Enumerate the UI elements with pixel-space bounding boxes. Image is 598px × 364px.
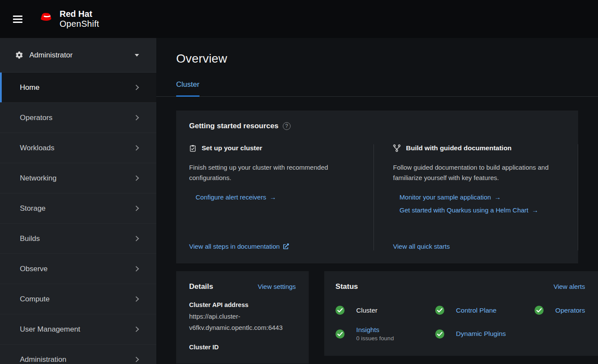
sidebar-item-operators[interactable]: Operators: [0, 103, 156, 133]
red-hat-fedora-icon: [36, 11, 54, 27]
chevron-right-icon: [133, 145, 139, 151]
status-item-control-plane: Control Plane: [435, 306, 535, 315]
view-settings-link[interactable]: View settings: [258, 283, 296, 290]
sidebar-item-label: Builds: [20, 234, 40, 243]
sidebar-item-label: Operators: [20, 114, 53, 122]
link-label: Get started with Quarkus using a Helm Ch…: [399, 206, 528, 214]
success-check-circle-icon: [435, 329, 444, 339]
perspective-switcher[interactable]: Administrator: [0, 38, 156, 73]
guided-documentation-heading: Build with guided documentation: [393, 144, 578, 152]
quarkus-helm-chart-link[interactable]: Get started with Quarkus using a Helm Ch…: [399, 206, 578, 214]
operators-link[interactable]: Operators: [555, 307, 585, 314]
configure-alert-receivers-link[interactable]: Configure alert receivers →: [196, 193, 361, 201]
arrow-right-icon: →: [532, 206, 538, 214]
dashboard-cards-row: Details View settings Cluster API addres…: [176, 271, 598, 364]
chevron-right-icon: [133, 115, 139, 120]
caret-down-icon: [135, 54, 139, 57]
insights-stack: Insights 0 issues found: [356, 326, 394, 342]
brand-logo[interactable]: Red Hat OpenShift: [36, 9, 99, 29]
masthead: Red Hat OpenShift: [0, 0, 598, 38]
status-item-operators: Operators: [535, 306, 585, 315]
tab-cluster[interactable]: Cluster: [176, 80, 199, 97]
sidebar-item-storage[interactable]: Storage: [0, 193, 156, 224]
guided-path-icon: [393, 144, 401, 152]
insights-link[interactable]: Insights: [356, 326, 379, 333]
chevron-right-icon: [133, 266, 139, 272]
view-all-steps-link[interactable]: View all steps in documentation: [189, 243, 289, 250]
dynamic-plugins-link[interactable]: Dynamic Plugins: [456, 330, 506, 338]
link-label: View all steps in documentation: [189, 243, 280, 250]
status-item-insights: Insights 0 issues found: [335, 326, 435, 342]
details-card: Details View settings Cluster API addres…: [176, 271, 309, 364]
chevron-right-icon: [133, 236, 139, 241]
detail-field: Cluster API address https://api.cluster-…: [189, 301, 296, 333]
status-item-cluster: Cluster: [335, 306, 435, 315]
cluster-api-address-label: Cluster API address: [189, 301, 296, 308]
guided-documentation-title: Build with guided documentation: [406, 144, 512, 152]
hamburger-icon: [13, 16, 22, 17]
chevron-right-icon: [133, 85, 139, 90]
guided-documentation-description: Follow guided documentation to build app…: [393, 162, 562, 183]
arrow-right-icon: →: [494, 193, 501, 201]
main-content: Overview Cluster Getting started resourc…: [156, 38, 598, 364]
cluster-id-label: Cluster ID: [189, 344, 296, 351]
getting-started-header: Getting started resources ?: [189, 122, 578, 130]
sidebar-item-label: Networking: [20, 174, 57, 183]
chevron-right-icon: [133, 175, 139, 181]
details-card-title: Details: [189, 282, 213, 291]
sidebar-item-builds[interactable]: Builds: [0, 224, 156, 254]
getting-started-title: Getting started resources: [189, 122, 278, 130]
sidebar-item-administration[interactable]: Administration: [0, 345, 156, 364]
gear-icon: [16, 51, 23, 59]
setup-cluster-links: Configure alert receivers →: [189, 193, 361, 201]
chevron-right-icon: [133, 296, 139, 302]
monitor-sample-application-link[interactable]: Monitor your sample application →: [399, 193, 578, 201]
sidebar-item-label: User Management: [20, 325, 80, 334]
sidebar: Administrator Home Operators Workloads N…: [0, 38, 156, 364]
status-card-title: Status: [335, 282, 358, 291]
guided-documentation-column: Build with guided documentation Follow g…: [374, 144, 578, 250]
sidebar-item-observe[interactable]: Observe: [0, 254, 156, 284]
status-grid: Cluster Control Plane Op: [335, 306, 585, 342]
arrow-right-icon: →: [269, 193, 276, 201]
status-item-dynamic-plugins: Dynamic Plugins: [435, 326, 535, 342]
sidebar-item-networking[interactable]: Networking: [0, 163, 156, 193]
sidebar-item-user-management[interactable]: User Management: [0, 314, 156, 345]
chevron-right-icon: [133, 357, 139, 362]
sidebar-item-label: Compute: [20, 295, 50, 304]
sidebar-item-label: Workloads: [20, 144, 54, 152]
status-card-header: Status View alerts: [335, 282, 585, 291]
view-all-quick-starts-link[interactable]: View all quick starts: [393, 243, 449, 250]
question-circle-icon[interactable]: ?: [283, 122, 291, 130]
brand-line-2: OpenShift: [60, 19, 99, 29]
chevron-right-icon: [133, 206, 139, 211]
getting-started-card: Getting started resources ? Set up your …: [176, 111, 578, 263]
brand-wordmark: Red Hat OpenShift: [60, 9, 99, 29]
perspective-label: Administrator: [29, 51, 73, 60]
setup-cluster-column: Set up your cluster Finish setting up yo…: [189, 144, 374, 250]
sidebar-item-compute[interactable]: Compute: [0, 284, 156, 314]
details-card-header: Details View settings: [189, 282, 296, 291]
tab-bar: Cluster: [156, 80, 598, 97]
status-label: Cluster: [356, 307, 377, 314]
success-check-circle-icon: [535, 306, 544, 315]
hamburger-icon: [13, 22, 22, 23]
sidebar-item-label: Home: [20, 83, 39, 92]
control-plane-link[interactable]: Control Plane: [456, 307, 497, 314]
link-label: Configure alert receivers: [196, 193, 266, 201]
hamburger-icon: [13, 19, 22, 20]
chevron-right-icon: [133, 326, 139, 332]
view-alerts-link[interactable]: View alerts: [554, 283, 585, 290]
setup-cluster-title: Set up your cluster: [202, 144, 262, 152]
app-layout: Administrator Home Operators Workloads N…: [0, 38, 598, 364]
sidebar-item-home[interactable]: Home: [0, 73, 156, 103]
success-check-circle-icon: [435, 306, 444, 315]
guided-documentation-footer: View all quick starts: [393, 233, 578, 250]
insights-issues-count: 0 issues found: [356, 335, 394, 342]
page-title: Overview: [176, 52, 598, 66]
clipboard-check-icon: [189, 145, 196, 152]
external-link-icon: [283, 244, 289, 249]
nav-toggle-button[interactable]: [11, 11, 24, 27]
sidebar-item-workloads[interactable]: Workloads: [0, 133, 156, 163]
overview-dashboard: Getting started resources ? Set up your …: [156, 97, 598, 364]
